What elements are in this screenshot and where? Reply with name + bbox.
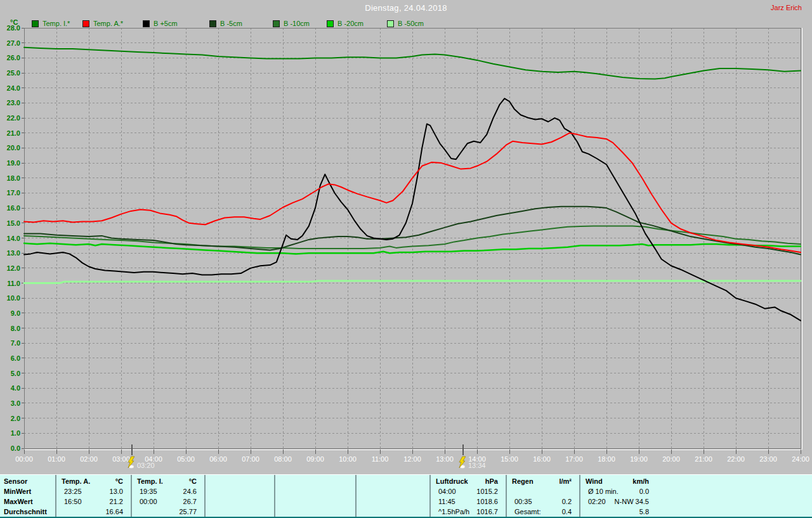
svg-text:07:00: 07:00: [242, 455, 259, 463]
svg-text:24:00: 24:00: [792, 455, 809, 463]
svg-text:15.0: 15.0: [7, 219, 20, 227]
x-axis: 00:0001:0002:0003:0004:0005:0006:0007:00…: [15, 450, 809, 463]
svg-text:4.0: 4.0: [11, 384, 20, 392]
table-cell-value: 0.0: [586, 486, 649, 496]
svg-text:19:00: 19:00: [630, 455, 648, 463]
svg-text:18:00: 18:00: [598, 455, 615, 463]
table-cell-value: 1016.7: [436, 507, 498, 517]
chart-canvas: 0.01.02.03.04.05.06.07.08.09.010.011.012…: [0, 0, 812, 474]
plot-border: [24, 28, 802, 450]
svg-text:2.0: 2.0: [11, 415, 20, 422]
svg-text:01:00: 01:00: [48, 455, 65, 463]
svg-text:02:00: 02:00: [80, 455, 98, 463]
svg-text:21:00: 21:00: [695, 455, 712, 463]
svg-text:14.0: 14.0: [7, 235, 20, 242]
table-cell-value: 5.8: [586, 507, 649, 517]
table-column-divider: [204, 475, 206, 517]
table-cell-value: 25.77: [137, 507, 197, 517]
series-b-50cm: [24, 281, 801, 283]
svg-text:00:00: 00:00: [15, 455, 33, 463]
table-cell-value: 0.2: [512, 496, 572, 507]
summary-table: SensorMinWertMaxWertDurchschnittTemp. A.…: [0, 474, 812, 517]
table-column-divider: [579, 475, 580, 517]
table-cell-value: 24.6: [137, 486, 197, 496]
svg-text:21.0: 21.0: [7, 129, 20, 137]
table-cell-value: 0.4: [512, 507, 572, 517]
svg-text:11:00: 11:00: [372, 455, 389, 463]
svg-text:15:00: 15:00: [501, 455, 518, 463]
svg-text:12.0: 12.0: [7, 264, 20, 272]
svg-text:9.0: 9.0: [11, 309, 20, 317]
svg-text:25.0: 25.0: [7, 69, 20, 77]
weather-app-window: Dienstag, 24.04.2018 Jarz Erich °C Temp.…: [0, 0, 812, 518]
table-row-label: MinWert: [4, 486, 31, 496]
svg-text:16.0: 16.0: [7, 204, 20, 212]
svg-text:26.0: 26.0: [7, 54, 20, 62]
table-column-divider: [355, 475, 357, 517]
svg-text:3.0: 3.0: [11, 399, 20, 407]
svg-text:7.0: 7.0: [11, 339, 20, 347]
table-cell-value: 1018.6: [436, 496, 498, 507]
y-axis: 0.01.02.03.04.05.06.07.08.09.010.011.012…: [7, 24, 24, 452]
svg-text:13:00: 13:00: [436, 455, 454, 463]
svg-text:16:00: 16:00: [533, 455, 551, 463]
table-col-unit: l/m²: [512, 476, 572, 486]
svg-text:11.0: 11.0: [7, 280, 20, 287]
svg-text:12:00: 12:00: [403, 455, 421, 463]
table-column-divider: [55, 475, 56, 517]
table-row-label: Durchschnitt: [4, 507, 47, 517]
svg-text:18.0: 18.0: [7, 174, 20, 182]
svg-text:09:00: 09:00: [306, 455, 324, 463]
table-column-divider: [274, 475, 275, 517]
table-cell-value: 1015.2: [436, 486, 498, 496]
event-marker-time: 03:20: [137, 462, 155, 469]
svg-text:22.0: 22.0: [7, 114, 20, 122]
svg-text:27.0: 27.0: [7, 39, 20, 47]
svg-text:10:00: 10:00: [339, 455, 357, 463]
svg-text:20.0: 20.0: [7, 144, 20, 152]
table-col-unit: km/h: [586, 476, 649, 486]
table-col-unit: hPa: [436, 476, 498, 486]
svg-text:5.0: 5.0: [11, 370, 20, 377]
svg-text:17:00: 17:00: [565, 455, 583, 463]
grid-lines: [24, 28, 801, 448]
svg-text:24.0: 24.0: [7, 84, 20, 92]
table-cell-value: 26.7: [137, 496, 197, 507]
table-cell-value: 16.64: [62, 507, 123, 517]
table-cell-value: 21.2: [62, 496, 123, 507]
svg-text:23:00: 23:00: [759, 455, 777, 463]
svg-text:20:00: 20:00: [662, 455, 680, 463]
svg-text:17.0: 17.0: [7, 189, 20, 197]
svg-text:8.0: 8.0: [11, 325, 20, 332]
svg-text:1.0: 1.0: [11, 429, 20, 437]
table-col-unit: °C: [137, 476, 197, 486]
table-column-divider: [131, 475, 132, 517]
table-row-label: Sensor: [4, 476, 27, 486]
svg-text:19.0: 19.0: [7, 159, 20, 167]
svg-text:08:00: 08:00: [274, 455, 292, 463]
svg-text:0.0: 0.0: [11, 444, 20, 452]
svg-text:03:00: 03:00: [112, 455, 130, 463]
table-cell-value: N-NW 34.5: [586, 496, 649, 507]
table-row-label: MaxWert: [4, 496, 33, 507]
svg-text:28.0: 28.0: [7, 24, 20, 32]
table-cell-value: 13.0: [62, 486, 123, 496]
table-col-unit: °C: [62, 476, 123, 486]
svg-text:10.0: 10.0: [7, 294, 20, 302]
svg-text:23.0: 23.0: [7, 99, 20, 107]
event-marker-time: 13:34: [468, 462, 486, 469]
svg-text:22:00: 22:00: [727, 455, 745, 463]
table-column-divider: [506, 475, 507, 517]
svg-text:13.0: 13.0: [7, 249, 20, 257]
svg-text:6.0: 6.0: [11, 354, 20, 362]
svg-text:06:00: 06:00: [209, 455, 227, 463]
svg-text:05:00: 05:00: [177, 455, 195, 463]
table-column-divider: [429, 475, 431, 517]
